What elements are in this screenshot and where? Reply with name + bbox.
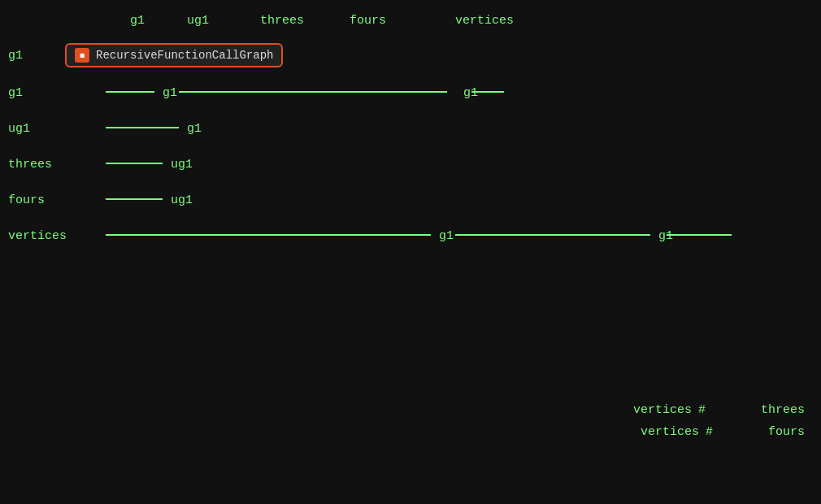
formula-vertices-1: vertices	[633, 403, 692, 417]
row-label-ug1: ug1	[0, 122, 65, 136]
row-label-threes: threes	[0, 158, 65, 172]
row-label-fours: fours	[0, 193, 65, 207]
hline-fours	[106, 198, 163, 200]
table-row-ug1: ug1 g1	[0, 111, 821, 146]
header-col-vertices: vertices	[455, 14, 514, 28]
table-row-g1-cells: g1 g1 g1	[0, 75, 821, 111]
row-label-g1-1: g1	[0, 49, 65, 63]
table-row-g1-badge: g1 RecursiveFunctionCallGraph	[0, 36, 821, 75]
table-row-fours: fours ug1	[0, 182, 821, 218]
main-container: g1 ug1 threes fours vertices g1 Recursiv…	[0, 0, 821, 504]
formula-hash-2: #	[706, 425, 713, 439]
cell-g1-row2-1: g1	[163, 86, 177, 100]
badge-label: RecursiveFunctionCallGraph	[96, 49, 273, 62]
cell-g1-row6-2: g1	[658, 229, 673, 243]
row-label-g1-2: g1	[0, 86, 65, 100]
hline-g1-2	[179, 91, 447, 93]
formula-line-1: vertices # threes	[633, 403, 805, 417]
badge-icon	[75, 48, 89, 63]
header-col-fours: fours	[350, 14, 386, 28]
hline-vertices-3	[667, 234, 732, 236]
formula-line-2: vertices # fours	[641, 425, 805, 439]
formula-threes: threes	[761, 403, 805, 417]
cell-g1-row2-2: g1	[463, 86, 478, 100]
header-row: g1 ug1 threes fours vertices	[0, 8, 821, 33]
header-col-g1: g1	[130, 14, 145, 28]
hline-g1-3	[471, 91, 504, 93]
cell-g1-row3: g1	[187, 122, 202, 136]
formula-hash-1: #	[698, 403, 706, 417]
hline-ug1	[106, 127, 179, 128]
recursive-function-badge[interactable]: RecursiveFunctionCallGraph	[65, 43, 283, 67]
row-content-g1-badge: RecursiveFunctionCallGraph	[65, 36, 821, 75]
formula-vertices-2: vertices	[641, 425, 699, 439]
hline-vertices-2	[455, 234, 650, 236]
header-col-threes: threes	[260, 14, 304, 28]
hline-threes	[106, 163, 163, 164]
table-row-threes: threes ug1	[0, 146, 821, 182]
hline-g1-1	[106, 91, 154, 93]
formula-fours: fours	[768, 425, 805, 439]
table-row-vertices: vertices g1 g1	[0, 218, 821, 254]
row-label-vertices: vertices	[0, 229, 65, 243]
cell-ug1-row4: ug1	[171, 158, 193, 172]
cell-ug1-row5: ug1	[171, 193, 193, 207]
cell-g1-row6-1: g1	[439, 229, 454, 243]
formula-area: vertices # threes vertices # fours	[633, 403, 805, 439]
header-col-ug1: ug1	[187, 14, 209, 28]
hline-vertices-1	[106, 234, 431, 236]
